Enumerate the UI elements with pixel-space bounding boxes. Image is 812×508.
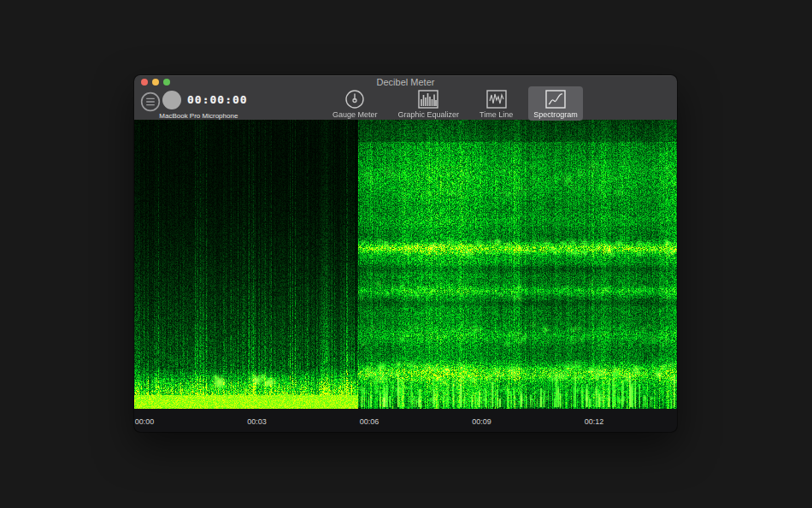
window-header: Decibel Meter 00:00:00 MacBo bbox=[134, 75, 677, 120]
time-tick-label: 00:12 bbox=[585, 417, 604, 426]
app-window: Decibel Meter 00:00:00 MacBo bbox=[134, 75, 677, 432]
menu-button[interactable] bbox=[139, 92, 156, 109]
time-tick-label: 00:03 bbox=[247, 417, 267, 426]
gauge-meter-icon bbox=[344, 89, 366, 109]
spectrogram-label: Spectrogram bbox=[533, 110, 578, 119]
toolbar: 00:00:00 MacBook Pro Microphone Gauge Me… bbox=[134, 89, 677, 120]
gauge-meter-button[interactable]: Gauge Meter bbox=[327, 86, 383, 121]
time-tick-label: 00:06 bbox=[360, 417, 380, 426]
time-display: 00:00:00 bbox=[187, 93, 248, 106]
input-device-label: MacBook Pro Microphone bbox=[159, 112, 238, 120]
graphic-equalizer-button[interactable]: Graphic Equalizer bbox=[393, 86, 465, 121]
time-axis: 00:0000:0300:0600:0900:12 bbox=[134, 409, 677, 432]
maximize-button[interactable] bbox=[163, 79, 170, 86]
minimize-button[interactable] bbox=[152, 79, 159, 86]
time-line-button[interactable]: Time Line bbox=[474, 86, 518, 121]
time-line-icon bbox=[485, 89, 508, 109]
gauge-meter-label: Gauge Meter bbox=[332, 110, 378, 119]
time-tick-label: 00:00 bbox=[135, 417, 155, 426]
view-switcher: Gauge Meter bbox=[327, 86, 583, 121]
time-tick-label: 00:09 bbox=[472, 417, 491, 426]
recorder-controls: 00:00:00 MacBook Pro Microphone bbox=[139, 89, 248, 120]
time-line-label: Time Line bbox=[480, 110, 513, 119]
graphic-equalizer-icon bbox=[417, 89, 439, 109]
record-button[interactable] bbox=[162, 91, 181, 109]
spectrogram-canvas bbox=[134, 120, 677, 409]
traffic-lights bbox=[141, 79, 170, 86]
close-button[interactable] bbox=[141, 79, 148, 86]
spectrogram-icon bbox=[544, 89, 567, 109]
spectrogram-button[interactable]: Spectrogram bbox=[528, 86, 583, 121]
graphic-equalizer-label: Graphic Equalizer bbox=[398, 110, 460, 119]
hamburger-menu-icon bbox=[139, 92, 162, 112]
